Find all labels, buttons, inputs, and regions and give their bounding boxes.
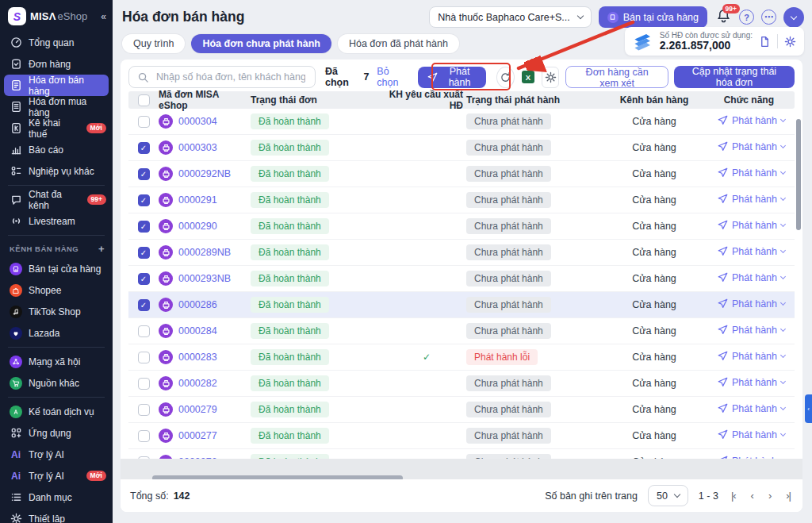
- col-kh-request[interactable]: KH yêu cầu xuất HĐ: [387, 89, 466, 111]
- sidebar-item[interactable]: Ai Trợ lý AI Mới: [0, 465, 113, 486]
- sidebar-item[interactable]: Kê khai thuế Mới: [0, 117, 113, 139]
- sidebar-item[interactable]: Báo cáo: [0, 139, 113, 160]
- table-settings-button[interactable]: [542, 67, 560, 88]
- row-publish-link[interactable]: Phát hành: [718, 246, 785, 257]
- sidebar-item[interactable]: Kế toán dịch vụ: [0, 401, 113, 422]
- update-status-button[interactable]: Cập nhật trạng thái hóa đơn: [674, 66, 795, 88]
- row-checkbox[interactable]: [138, 430, 150, 442]
- col-channel[interactable]: Kênh bán hàng: [599, 94, 709, 106]
- sidebar-item[interactable]: Danh mục: [0, 486, 113, 508]
- order-code-link[interactable]: 0000304: [178, 116, 217, 127]
- table-row[interactable]: 0000276 Đã hoàn thành Chưa phát hành Cửa…: [128, 449, 795, 459]
- sidebar-item[interactable]: Ứng dụng: [0, 422, 113, 444]
- row-publish-link[interactable]: Phát hành: [718, 272, 785, 283]
- notification-bell-icon[interactable]: 99+: [714, 8, 732, 27]
- row-publish-link[interactable]: Phát hành: [718, 115, 785, 126]
- sidebar-item[interactable]: Mạng xã hội: [0, 351, 113, 372]
- sidebar-item[interactable]: Hóa đơn mua hàng: [0, 96, 113, 117]
- sidebar-item[interactable]: Nguồn khác: [0, 372, 113, 394]
- order-code-link[interactable]: 0000277: [178, 430, 217, 441]
- col-actions[interactable]: Chức năng: [709, 94, 795, 106]
- row-checkbox[interactable]: [138, 142, 150, 154]
- row-publish-link[interactable]: Phát hành: [718, 220, 785, 231]
- document-icon[interactable]: [759, 36, 771, 48]
- publish-button[interactable]: Phát hành: [418, 67, 486, 88]
- table-row[interactable]: 0000283 Đã hoàn thành ✓ Phát hành lỗi Cử…: [128, 344, 795, 371]
- excel-export-button[interactable]: X: [519, 67, 537, 88]
- row-checkbox[interactable]: [138, 325, 150, 337]
- per-page-select[interactable]: 50: [648, 485, 688, 506]
- table-row[interactable]: 0000303 Đã hoàn thành Chưa phát hành Cửa…: [128, 135, 795, 161]
- col-issue-status[interactable]: Trạng thái phát hành: [466, 94, 599, 106]
- pos-sale-button[interactable]: Bán tại cửa hàng: [599, 6, 707, 28]
- sidebar-item[interactable]: Tổng quan: [0, 32, 113, 53]
- add-channel-icon[interactable]: +: [98, 243, 105, 255]
- search-input[interactable]: [155, 71, 307, 83]
- prev-page-button[interactable]: ‹: [749, 490, 756, 502]
- table-row[interactable]: 0000286 Đã hoàn thành Chưa phát hành Cửa…: [128, 292, 795, 318]
- tab[interactable]: Hóa đơn chưa phát hành: [191, 34, 331, 53]
- row-publish-link[interactable]: Phát hành: [718, 429, 785, 440]
- tab[interactable]: Hóa đơn đã phát hành: [338, 34, 459, 53]
- refresh-button[interactable]: [496, 67, 515, 88]
- row-publish-link[interactable]: Phát hành: [718, 141, 785, 152]
- row-checkbox[interactable]: [138, 116, 150, 128]
- last-page-button[interactable]: ›|: [783, 490, 793, 502]
- more-icon[interactable]: ⋯: [761, 10, 776, 25]
- order-code-link[interactable]: 0000282: [178, 378, 217, 389]
- side-panel-toggle[interactable]: ‹: [805, 394, 812, 423]
- sidebar-item[interactable]: TikTok Shop: [0, 301, 113, 322]
- row-checkbox[interactable]: [138, 194, 150, 206]
- sidebar-item[interactable]: Hóa đơn bán hàng: [4, 75, 109, 96]
- sidebar-item[interactable]: Bán tại cửa hàng: [0, 258, 113, 279]
- table-row[interactable]: 0000289NB Đã hoàn thành Chưa phát hành C…: [128, 240, 795, 266]
- order-code-link[interactable]: 0000283: [178, 352, 217, 363]
- order-code-link[interactable]: 0000303: [178, 142, 217, 153]
- table-row[interactable]: 0000279 Đã hoàn thành Chưa phát hành Cửa…: [128, 397, 795, 423]
- order-code-link[interactable]: 0000290: [178, 221, 217, 232]
- tab[interactable]: Quy trình: [122, 34, 185, 53]
- row-checkbox[interactable]: [138, 168, 150, 180]
- help-icon[interactable]: ?: [739, 10, 754, 25]
- row-publish-link[interactable]: Phát hành: [718, 167, 785, 179]
- sidebar-item[interactable]: Chat đa kênh 99+: [0, 189, 113, 210]
- sidebar-item[interactable]: Nghiệp vụ khác: [0, 160, 113, 182]
- row-publish-link[interactable]: Phát hành: [718, 377, 785, 388]
- gear-icon[interactable]: [784, 36, 796, 48]
- table-row[interactable]: 0000304 Đã hoàn thành Chưa phát hành Cửa…: [128, 109, 795, 135]
- row-publish-link[interactable]: Phát hành: [718, 351, 785, 362]
- order-code-link[interactable]: 0000292NB: [178, 168, 231, 179]
- row-publish-link[interactable]: Phát hành: [718, 325, 785, 336]
- sidebar-item[interactable]: Lazada: [0, 322, 113, 344]
- review-orders-button[interactable]: Đơn hàng cần xem xét: [565, 66, 668, 88]
- row-checkbox[interactable]: [138, 352, 150, 363]
- table-row[interactable]: 0000282 Đã hoàn thành Chưa phát hành Cửa…: [128, 371, 795, 397]
- sidebar-collapse-icon[interactable]: «: [101, 11, 106, 22]
- order-code-link[interactable]: 0000286: [178, 299, 217, 310]
- order-code-link[interactable]: 0000293NB: [178, 273, 231, 284]
- row-checkbox[interactable]: [138, 221, 150, 233]
- sidebar-item[interactable]: Thiết lập: [0, 508, 113, 523]
- table-row[interactable]: 0000290 Đã hoàn thành Chưa phát hành Cửa…: [128, 213, 795, 240]
- row-checkbox[interactable]: [138, 273, 150, 285]
- col-order-status[interactable]: Trạng thái đơn: [251, 94, 387, 106]
- first-page-button[interactable]: |‹: [729, 490, 738, 502]
- col-order-code[interactable]: Mã đơn MISA eShop: [159, 89, 251, 111]
- table-row[interactable]: 0000277 Đã hoàn thành Chưa phát hành Cửa…: [128, 423, 795, 449]
- order-code-link[interactable]: 0000284: [178, 325, 217, 336]
- order-code-link[interactable]: 0000279: [178, 404, 217, 415]
- store-selector[interactable]: Nhà thuốc Baphaco Care+S...: [429, 6, 591, 28]
- row-checkbox[interactable]: [138, 404, 150, 416]
- account-avatar[interactable]: [783, 7, 804, 28]
- next-page-button[interactable]: ›: [766, 490, 773, 502]
- row-publish-link[interactable]: Phát hành: [718, 298, 785, 310]
- sidebar-item[interactable]: Shopee: [0, 279, 113, 301]
- table-row[interactable]: 0000291 Đã hoàn thành Chưa phát hành Cửa…: [128, 187, 795, 213]
- sidebar-item[interactable]: Ai Trợ lý AI: [0, 444, 113, 465]
- table-row[interactable]: 0000292NB Đã hoàn thành Chưa phát hành C…: [128, 161, 795, 187]
- clear-selection-link[interactable]: Bỏ chọn: [377, 66, 407, 88]
- order-code-link[interactable]: 0000291: [178, 194, 217, 206]
- row-checkbox[interactable]: [138, 378, 150, 390]
- table-row[interactable]: 0000284 Đã hoàn thành Chưa phát hành Cửa…: [128, 318, 795, 344]
- sidebar-item[interactable]: Livestream: [0, 210, 113, 232]
